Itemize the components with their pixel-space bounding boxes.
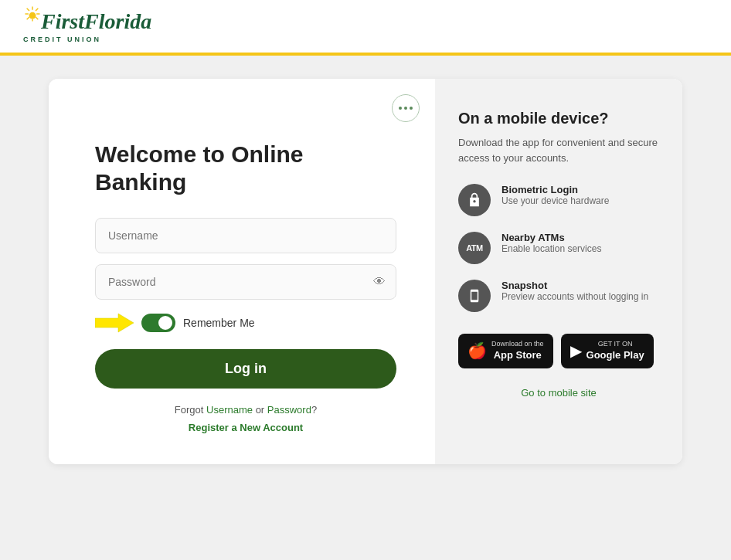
- logo-text: FirstFlorida: [23, 9, 151, 34]
- password-wrapper: 👁: [95, 264, 396, 300]
- snapshot-title: Snapshot: [502, 280, 648, 291]
- feature-snapshot: Snapshot Preview accounts without loggin…: [458, 280, 659, 312]
- atm-subtitle: Enable location services: [502, 243, 601, 254]
- forgot-text: Forgot Username or Password?: [95, 404, 396, 416]
- snapshot-icon: [458, 280, 491, 312]
- store-buttons: 🍎 Download on the App Store ▶ GET IT ON …: [458, 334, 659, 368]
- atm-text: Nearby ATMs Enable location services: [502, 232, 601, 254]
- app-store-button[interactable]: 🍎 Download on the App Store: [458, 334, 553, 368]
- mobile-description: Download the app for convenient and secu…: [458, 135, 659, 165]
- dot1: [399, 107, 402, 110]
- login-button[interactable]: Log in: [95, 349, 396, 389]
- svg-line-6: [36, 8, 38, 11]
- arrow-icon: [95, 312, 134, 334]
- dot2: [404, 107, 407, 110]
- arrow-indicator: [95, 312, 134, 334]
- remember-me-toggle[interactable]: [141, 314, 175, 332]
- more-options-button[interactable]: [392, 94, 420, 122]
- left-panel: Welcome to Online Banking 👁: [49, 79, 435, 464]
- google-play-text: GET IT ON Google Play: [586, 340, 644, 362]
- welcome-title: Welcome to Online Banking: [95, 141, 396, 196]
- forgot-username-link[interactable]: Username: [206, 404, 253, 416]
- logo-first: First: [41, 9, 84, 34]
- apple-icon: 🍎: [468, 341, 487, 361]
- toggle-slider: [141, 314, 175, 332]
- show-password-icon[interactable]: 👁: [373, 275, 386, 289]
- biometric-icon: [458, 184, 491, 216]
- svg-line-5: [27, 8, 29, 11]
- feature-biometric: Biometric Login Use your device hardware: [458, 184, 659, 216]
- svg-point-0: [29, 12, 36, 19]
- remember-me-label: Remember Me: [183, 317, 255, 329]
- dot3: [410, 107, 413, 110]
- right-panel: On a mobile device? Download the app for…: [435, 79, 682, 464]
- header: FirstFlorida CREDIT UNION: [0, 0, 731, 56]
- snapshot-text: Snapshot Preview accounts without loggin…: [502, 280, 648, 302]
- sun-icon: [24, 5, 41, 22]
- google-play-icon: ▶: [570, 341, 582, 361]
- remember-row: Remember Me: [95, 312, 396, 334]
- svg-line-7: [27, 17, 29, 19]
- google-play-button[interactable]: ▶ GET IT ON Google Play: [561, 334, 654, 368]
- snapshot-subtitle: Preview accounts without logging in: [502, 291, 648, 302]
- logo: FirstFlorida CREDIT UNION: [23, 9, 151, 43]
- login-card: Welcome to Online Banking 👁: [49, 79, 682, 464]
- mobile-site-link-container: Go to mobile site: [458, 385, 659, 399]
- go-to-mobile-site-link[interactable]: Go to mobile site: [521, 387, 597, 399]
- logo-florida: Florida: [84, 9, 151, 34]
- biometric-subtitle: Use your device hardware: [502, 195, 609, 206]
- register-new-account-link[interactable]: Register a New Account: [189, 422, 303, 433]
- password-input[interactable]: [95, 264, 396, 300]
- app-store-text: Download on the App Store: [491, 340, 544, 362]
- logo-subtitle: CREDIT UNION: [23, 36, 101, 43]
- biometric-text: Biometric Login Use your device hardware: [502, 184, 609, 206]
- main-content: Welcome to Online Banking 👁: [0, 56, 731, 487]
- feature-atm: ATM Nearby ATMs Enable location services: [458, 232, 659, 264]
- svg-line-8: [36, 17, 38, 19]
- atm-title: Nearby ATMs: [502, 232, 601, 243]
- username-input[interactable]: [95, 218, 396, 253]
- biometric-title: Biometric Login: [502, 184, 609, 195]
- atm-icon: ATM: [458, 232, 491, 264]
- svg-marker-9: [95, 314, 134, 332]
- mobile-title: On a mobile device?: [458, 110, 659, 127]
- forgot-password-link[interactable]: Password: [267, 404, 311, 416]
- register-link: Register a New Account: [95, 422, 396, 433]
